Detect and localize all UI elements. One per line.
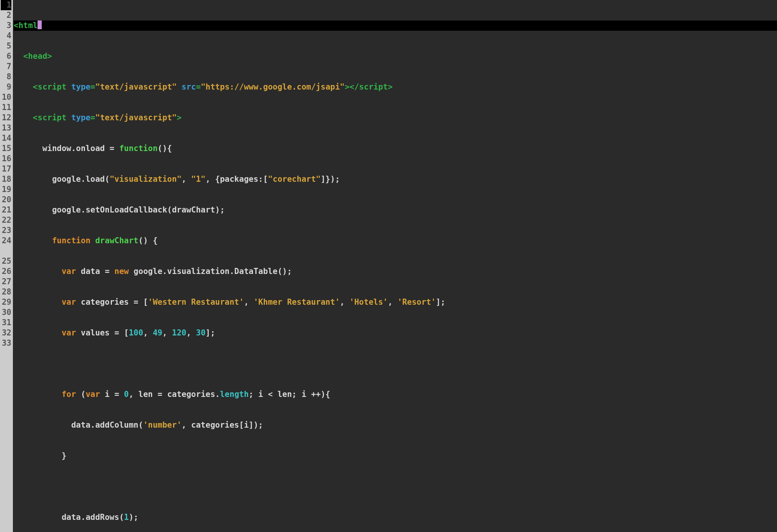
- line-number: 15: [1, 143, 11, 154]
- line-number: 9: [1, 82, 11, 92]
- line-number: 30: [1, 307, 11, 318]
- text-cursor: [38, 20, 42, 29]
- line-number: 16: [1, 154, 11, 164]
- line-number: 14: [1, 133, 11, 143]
- line-number: 23: [1, 225, 11, 236]
- code-line[interactable]: var categories = ['Western Restaurant', …: [14, 297, 777, 307]
- code-line[interactable]: google.setOnLoadCallback(drawChart);: [14, 205, 777, 215]
- line-number: 3: [1, 20, 11, 31]
- line-number: 13: [1, 123, 11, 133]
- code-line[interactable]: google.load("visualization", "1", {packa…: [14, 174, 777, 184]
- line-number: 12: [1, 113, 11, 123]
- line-number: 7: [1, 61, 11, 72]
- code-line[interactable]: data.addRows(1);: [14, 512, 777, 523]
- line-number: 25: [1, 256, 11, 266]
- code-line[interactable]: <head>: [14, 51, 777, 61]
- line-number: 6: [1, 51, 11, 61]
- line-number: 20: [1, 195, 11, 205]
- code-line[interactable]: data.addColumn('number', categories[i]);: [14, 420, 777, 430]
- line-number: 17: [1, 164, 11, 174]
- line-number: 11: [1, 102, 11, 113]
- line-number: 33: [1, 338, 11, 348]
- code-line[interactable]: [14, 482, 777, 492]
- line-number: 27: [1, 277, 11, 287]
- code-line[interactable]: window.onload = function(){: [14, 143, 777, 154]
- line-number: 8: [1, 72, 11, 82]
- line-number: 28: [1, 287, 11, 297]
- line-number: 32: [1, 328, 11, 338]
- code-line[interactable]: <script type="text/javascript" src="http…: [14, 82, 777, 92]
- line-number: 21: [1, 205, 11, 215]
- line-number: 4: [1, 31, 11, 41]
- line-number: 26: [1, 266, 11, 277]
- line-number: 1: [1, 0, 11, 10]
- code-line[interactable]: function drawChart() {: [14, 236, 777, 246]
- line-number: 19: [1, 184, 11, 195]
- line-number: 24: [1, 236, 11, 256]
- code-line[interactable]: var values = [100, 49, 120, 30];: [14, 328, 777, 338]
- code-line[interactable]: }: [14, 451, 777, 461]
- code-line[interactable]: <script type="text/javascript">: [14, 113, 777, 123]
- code-line[interactable]: for (var i = 0, len = categories.length;…: [14, 389, 777, 400]
- code-line[interactable]: var data = new google.visualization.Data…: [14, 266, 777, 277]
- line-number: 22: [1, 215, 11, 225]
- line-number: 18: [1, 174, 11, 184]
- line-number-gutter: 1234567891011121314151617181920212223242…: [0, 0, 13, 532]
- line-number: 10: [1, 92, 11, 102]
- code-editor[interactable]: 1234567891011121314151617181920212223242…: [0, 0, 777, 532]
- line-number: 5: [1, 41, 11, 51]
- line-number: 2: [1, 10, 11, 20]
- code-line[interactable]: [14, 359, 777, 369]
- line-number: 31: [1, 318, 11, 328]
- code-line[interactable]: <html: [14, 20, 777, 31]
- line-number: 29: [1, 297, 11, 307]
- code-area[interactable]: <html <head> <script type="text/javascri…: [13, 0, 777, 532]
